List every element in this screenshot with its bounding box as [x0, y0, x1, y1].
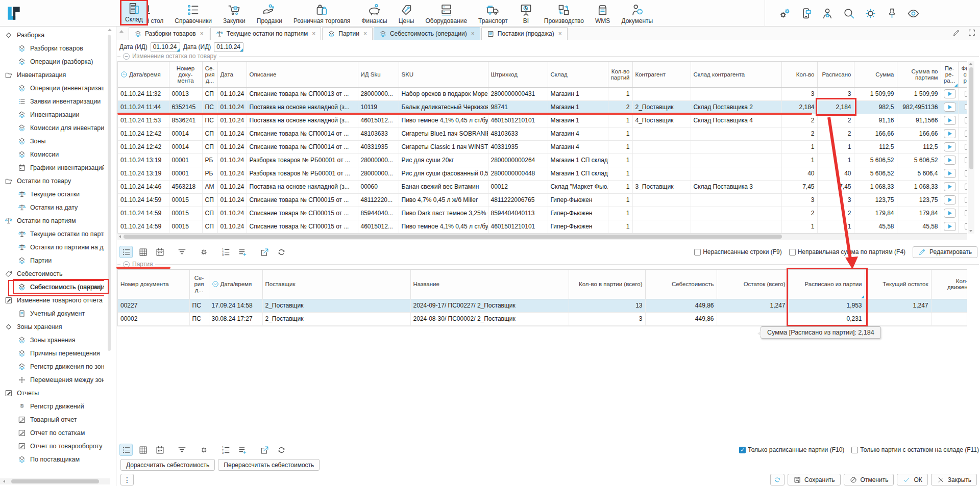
- column-header-6[interactable]: Себестоимость: [645, 270, 717, 299]
- table-row[interactable]: 01.10.24 12:4200014СП01.10.24Списание то…: [118, 140, 967, 154]
- table-horizontal-scrollbar[interactable]: [117, 234, 967, 240]
- play-row-button[interactable]: [944, 222, 956, 231]
- settings-icon[interactable]: [197, 246, 210, 258]
- table-row[interactable]: 01.10.24 13:1900001РБ01.10.24Разборка то…: [118, 167, 967, 180]
- cancel-button[interactable]: Отменить: [844, 474, 894, 485]
- sidebar-item-31[interactable]: Отчет по остаткам: [0, 426, 104, 440]
- row-checkbox[interactable]: [965, 170, 968, 176]
- ribbon-item-transport[interactable]: Транспорт: [474, 0, 512, 27]
- list-add-icon[interactable]: [236, 444, 249, 456]
- sidebar-item-7[interactable]: Комиссии для инвентаризации: [0, 121, 104, 135]
- view-grid-icon[interactable]: [136, 246, 150, 258]
- sidebar-item-29[interactable]: ®Регистр движений: [0, 400, 104, 413]
- sidebar-item-13[interactable]: Остатки на дату: [0, 201, 104, 214]
- ribbon-item-sales[interactable]: Продажи: [252, 0, 287, 27]
- sidebar-item-14[interactable]: Остатки по партиям: [0, 214, 104, 227]
- row-checkbox[interactable]: [965, 144, 968, 150]
- checkbox-unallocated-rows[interactable]: Нерасписанные строки (F9): [694, 248, 782, 255]
- checkbox-box[interactable]: ✓: [739, 447, 746, 453]
- tab-3[interactable]: Себестоимость (операции)×: [374, 27, 480, 40]
- checkbox-only-parties-with-stock[interactable]: Только партии с остатком на складе (F11): [851, 446, 979, 453]
- row-checkbox[interactable]: [965, 197, 968, 203]
- filter-icon[interactable]: [175, 246, 188, 258]
- fullscreen-icon[interactable]: [968, 29, 976, 37]
- row-checkbox[interactable]: [965, 91, 968, 97]
- column-header-10[interactable]: Кол-во движений: [931, 270, 967, 299]
- sidebar-item-33[interactable]: По поставщикам: [0, 453, 104, 466]
- collapse-section-icon[interactable]: −: [123, 261, 130, 268]
- ribbon-item-wms[interactable]: WMS: [591, 0, 615, 27]
- ribbon-item-retail[interactable]: Розничная торговля: [289, 0, 355, 27]
- column-header-16[interactable]: Пе-ре-ра...: [941, 62, 958, 87]
- table-row[interactable]: 01.10.24 13:1900001РБ01.10.24Разборка то…: [118, 154, 967, 167]
- column-header-1[interactable]: Номер доку-мента: [169, 62, 202, 87]
- filter-icon[interactable]: [175, 444, 188, 456]
- column-header-10[interactable]: Контрагент: [632, 62, 691, 87]
- sidebar-item-16[interactable]: Остатки по партиям на дату: [0, 241, 104, 254]
- ok-button[interactable]: ОК: [897, 474, 927, 485]
- theme-brightness-icon[interactable]: [864, 7, 877, 20]
- sidebar-item-6[interactable]: Инвентаризации: [0, 108, 104, 121]
- sidebar-item-27[interactable]: Перемещения между зонами: [0, 373, 104, 387]
- numbered-list-icon[interactable]: 123: [219, 444, 232, 456]
- sidebar-item-21[interactable]: Изменение товарного отчета: [0, 294, 104, 307]
- row-checkbox[interactable]: [965, 184, 968, 190]
- row-checkbox[interactable]: [965, 223, 968, 229]
- sidebar-item-1[interactable]: Разборки товаров: [0, 42, 104, 55]
- save-button[interactable]: Сохранить: [788, 474, 841, 485]
- play-row-button[interactable]: [944, 89, 956, 98]
- checkbox-wrong-party-sum[interactable]: Неправильная сумма по партиям (F4): [789, 248, 905, 255]
- table-vertical-scrollbar[interactable]: [968, 61, 974, 234]
- view-calendar-icon[interactable]: [153, 246, 166, 258]
- list-add-icon[interactable]: [236, 246, 249, 258]
- column-header-3[interactable]: Дата: [217, 62, 247, 87]
- row-checkbox[interactable]: [965, 210, 968, 216]
- tab-1[interactable]: Текущие остатки по партиям×: [210, 27, 322, 40]
- edit-layout-icon[interactable]: [952, 29, 961, 37]
- checkbox-box[interactable]: [851, 447, 858, 453]
- table-row[interactable]: 01.10.24 12:4200014СП01.10.24Списание то…: [118, 127, 967, 140]
- settings-icon[interactable]: [197, 444, 210, 456]
- column-header-0[interactable]: Дата/время: [118, 62, 169, 87]
- tab-close-icon[interactable]: ×: [200, 30, 204, 37]
- play-row-button[interactable]: [944, 142, 956, 151]
- open-external-icon[interactable]: [258, 444, 271, 456]
- ribbon-item-desktop[interactable]: Рабочий стол: [120, 0, 168, 27]
- filter-date-to-input[interactable]: [214, 42, 243, 52]
- refresh-button[interactable]: [770, 474, 785, 485]
- column-header-5[interactable]: Кол-во в партии (всего): [569, 270, 645, 299]
- tab-close-icon[interactable]: ×: [312, 30, 315, 37]
- column-header-1[interactable]: Се-рия д...: [189, 270, 209, 299]
- sidebar-horizontal-scrollbar[interactable]: [0, 478, 110, 484]
- sidebar-item-11[interactable]: Остатки по товару: [0, 174, 104, 188]
- collapse-section-icon[interactable]: −: [123, 53, 130, 60]
- table-row[interactable]: 01.10.24 11:538536241ПС01.10.24Поставка …: [118, 114, 967, 127]
- visibility-icon[interactable]: [907, 7, 920, 20]
- sidebar-item-8[interactable]: Зоны: [0, 135, 104, 148]
- search-icon[interactable]: [843, 7, 855, 20]
- play-row-button[interactable]: [944, 182, 956, 191]
- numbered-list-icon[interactable]: 123: [219, 246, 232, 258]
- column-header-11[interactable]: Склад контрагента: [691, 62, 781, 87]
- filter-date-from-input[interactable]: [151, 42, 180, 52]
- sidebar-item-20[interactable]: Себестоимость (партии): [0, 280, 104, 294]
- column-header-4[interactable]: Название: [410, 270, 569, 299]
- ribbon-item-production[interactable]: Производство: [540, 0, 589, 27]
- sidebar-item-23[interactable]: Зоны хранения: [0, 320, 104, 334]
- view-list-icon[interactable]: [119, 246, 133, 258]
- sidebar-item-18[interactable]: Себестоимость: [0, 267, 104, 280]
- play-row-button[interactable]: [944, 209, 956, 218]
- column-header-6[interactable]: SKU: [399, 62, 488, 87]
- column-header-9[interactable]: Кол-во партий: [608, 62, 632, 87]
- sidebar-item-25[interactable]: Причины перемещения: [0, 347, 104, 360]
- sidebar-item-28[interactable]: Отчеты: [0, 387, 104, 400]
- sync-icon[interactable]: [275, 444, 288, 456]
- column-header-8[interactable]: Расписано из партии: [788, 270, 865, 299]
- column-header-3[interactable]: Поставщик: [262, 270, 410, 299]
- recalc-all-cost-button[interactable]: Перерассчитать себестоимость: [218, 459, 320, 471]
- column-header-12[interactable]: Кол-во: [781, 62, 817, 87]
- sidebar-item-24[interactable]: Зоны хранения: [0, 334, 104, 347]
- table-row[interactable]: 01.10.24 11:446352145ПС01.10.24Поставка …: [118, 100, 967, 114]
- table-row[interactable]: 00002ПС30.08.24 17:272_Поставщик2024-08-…: [118, 312, 967, 325]
- tab-close-icon[interactable]: ×: [471, 30, 475, 37]
